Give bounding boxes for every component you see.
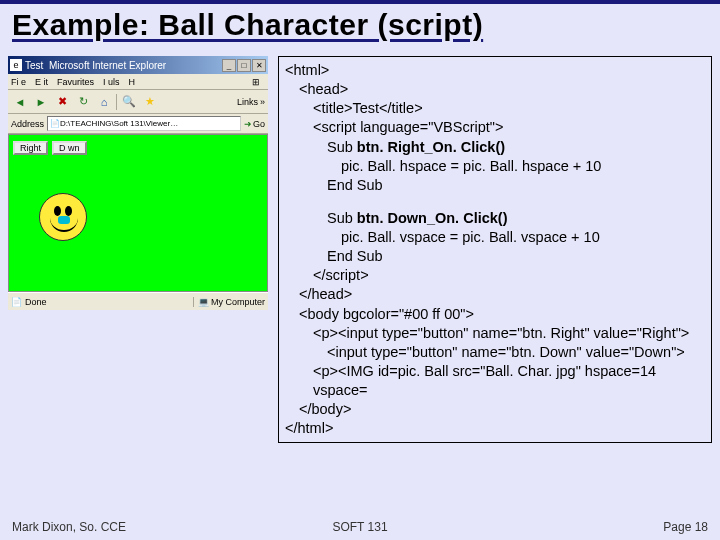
menu-help[interactable]: H [129, 77, 136, 87]
menu-favorites[interactable]: Favurites [57, 77, 94, 87]
computer-icon: 💻 [198, 297, 209, 307]
links-bar[interactable]: Links » [237, 97, 265, 107]
refresh-icon[interactable]: ↻ [74, 93, 92, 111]
window-titlebar: e Test Microsoft Internet Explorer _ □ ✕ [8, 56, 268, 74]
code-line: pic. Ball. vspace = pic. Ball. vspace + … [285, 228, 705, 247]
browser-window: e Test Microsoft Internet Explorer _ □ ✕… [8, 56, 268, 443]
go-arrow-icon: ➜ [244, 119, 252, 129]
windows-logo-icon: ⊞ [247, 75, 265, 89]
right-button[interactable]: Right [13, 141, 48, 155]
zone-mycomputer: 💻My Computer [193, 297, 265, 307]
status-bar: 📄 Done 💻My Computer [8, 292, 268, 310]
window-title: Test Microsoft Internet Explorer [25, 60, 221, 71]
back-icon[interactable]: ◄ [11, 93, 29, 111]
footer-course: SOFT 131 [332, 520, 387, 534]
address-input[interactable]: 📄 D:\TEACHING\Soft 131\Viewer… [47, 116, 241, 131]
favorites-icon[interactable]: ★ [141, 93, 159, 111]
code-line: <title>Test</title> [285, 99, 705, 118]
code-line: pic. Ball. hspace = pic. Ball. hspace + … [285, 157, 705, 176]
search-icon[interactable]: 🔍 [120, 93, 138, 111]
code-line: </html> [285, 419, 705, 438]
ball-image [39, 193, 87, 241]
code-line: <p><input type="button" name="btn. Right… [285, 324, 705, 343]
slide-footer: Mark Dixon, So. CCE SOFT 131 Page 18 [0, 520, 720, 534]
code-line: Sub btn. Right_On. Click() [285, 138, 705, 157]
address-label: Address [11, 119, 44, 129]
code-line: Sub btn. Down_On. Click() [285, 209, 705, 228]
stop-icon[interactable]: ✖ [53, 93, 71, 111]
page-content: Right D wn [8, 134, 268, 292]
minimize-button[interactable]: _ [222, 59, 236, 72]
code-line: </head> [285, 285, 705, 304]
code-line: <input type="button" name="btn. Down" va… [285, 343, 705, 362]
down-button[interactable]: D wn [52, 141, 87, 155]
code-line: <p><IMG id=pic. Ball src="Ball. Char. jp… [285, 362, 705, 400]
code-line: <html> [285, 61, 705, 80]
menu-file[interactable]: Fi e [11, 77, 26, 87]
home-icon[interactable]: ⌂ [95, 93, 113, 111]
footer-author: Mark Dixon, So. CCE [12, 520, 126, 534]
status-done: Done [25, 297, 47, 307]
code-line: End Sub [285, 176, 705, 195]
menu-bar: Fi e E it Favurites I uls H ⊞ [8, 74, 268, 90]
maximize-button[interactable]: □ [237, 59, 251, 72]
address-bar: Address 📄 D:\TEACHING\Soft 131\Viewer… ➜… [8, 114, 268, 134]
menu-edit[interactable]: E it [35, 77, 48, 87]
forward-icon[interactable]: ► [32, 93, 50, 111]
footer-page: Page 18 [663, 520, 708, 534]
go-button[interactable]: ➜Go [244, 119, 265, 129]
code-line: </script> [285, 266, 705, 285]
code-listing: <html> <head> <title>Test</title> <scrip… [278, 56, 712, 443]
code-line: <body bgcolor="#00 ff 00"> [285, 305, 705, 324]
code-line: <script language="VBScript"> [285, 118, 705, 137]
code-line: End Sub [285, 247, 705, 266]
slide-title: Example: Ball Character (script) [0, 4, 720, 50]
ie-icon: e [10, 59, 22, 71]
code-line: </body> [285, 400, 705, 419]
toolbar: ◄ ► ✖ ↻ ⌂ 🔍 ★ Links » [8, 90, 268, 114]
done-icon: 📄 [11, 297, 22, 307]
menu-tools[interactable]: I uls [103, 77, 120, 87]
chevron-right-icon: » [260, 97, 265, 107]
code-line: <head> [285, 80, 705, 99]
close-button[interactable]: ✕ [252, 59, 266, 72]
